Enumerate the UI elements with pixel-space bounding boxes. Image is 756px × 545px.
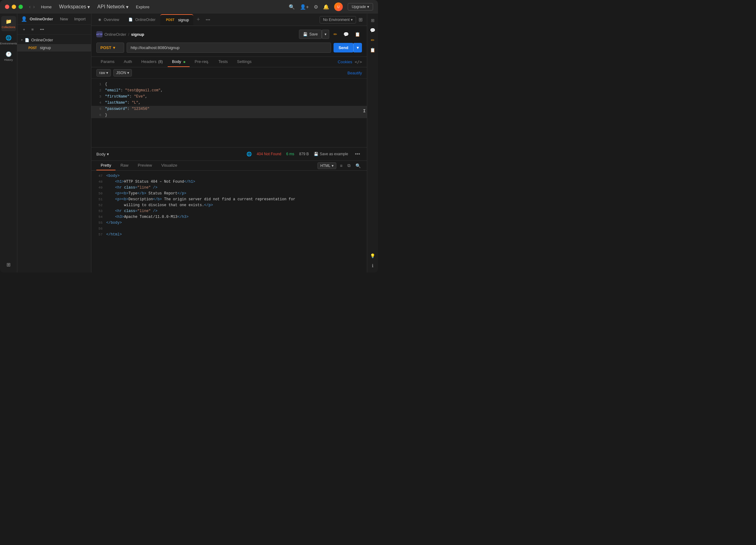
search-icon[interactable]: 🔍: [289, 4, 295, 10]
req-tab-prereq[interactable]: Pre-req.: [190, 57, 213, 67]
req-tab-headers[interactable]: Headers (8): [137, 57, 167, 67]
resp-line-53: 53 <hr class="line" />: [91, 208, 367, 214]
tab-overview[interactable]: ◉ Overview: [94, 14, 124, 25]
tab-method-badge: POST: [165, 18, 175, 22]
code-editor[interactable]: 1 { 2 "email": "test@gmail.com", 3 "firs…: [91, 79, 367, 147]
resp-line-49: 49 <hr class="line" />: [91, 185, 367, 191]
maximize-button[interactable]: [19, 5, 23, 9]
new-collection-icon[interactable]: +: [21, 27, 27, 32]
response-copy-button[interactable]: ⧉: [346, 162, 352, 170]
edit-icon-button[interactable]: ✏: [332, 30, 339, 39]
minimize-button[interactable]: [12, 5, 16, 9]
close-button[interactable]: [5, 5, 9, 9]
url-input[interactable]: [127, 43, 331, 53]
send-button[interactable]: Send: [334, 43, 353, 52]
sidebar-actions: + ≡ •••: [17, 25, 91, 35]
save-button[interactable]: 💾 Save: [299, 30, 322, 39]
req-tab-params[interactable]: Params: [96, 57, 119, 67]
sidebar-item-collections[interactable]: 📁 Collections: [1, 16, 16, 31]
forward-button[interactable]: ›: [33, 4, 35, 10]
new-tab-button[interactable]: +: [194, 15, 203, 24]
resp-tab-pretty[interactable]: Pretty: [96, 161, 115, 170]
collection-onlineorder[interactable]: ▾ 📄 OnlineOrder: [17, 36, 91, 44]
request-area: HTTP OnlineOrder / signup 💾 Save ▾ ✏ 💬: [91, 26, 367, 57]
right-bar-edit-icon[interactable]: ✏: [369, 36, 376, 44]
tab-collection[interactable]: 📄 OnlineOrder: [124, 14, 160, 25]
content-area: ◉ Overview 📄 OnlineOrder POST signup + •…: [91, 14, 367, 272]
info-icon-button[interactable]: 📋: [353, 30, 362, 39]
more-options-icon[interactable]: •••: [38, 27, 46, 32]
filter-icon[interactable]: ≡: [30, 27, 36, 32]
import-button[interactable]: Import: [72, 16, 87, 22]
chevron-icon: ▾: [21, 38, 23, 42]
upgrade-button[interactable]: Upgrade ▾: [348, 3, 373, 10]
code-line-1: 1 {: [91, 81, 367, 87]
request-row: POST ▾ Send ▾: [96, 43, 362, 53]
breadcrumb-endpoint: signup: [131, 32, 144, 37]
right-bar-doc-icon[interactable]: 📋: [368, 46, 377, 54]
invite-icon[interactable]: 👤+: [300, 4, 309, 10]
resp-line-51: 51 <p><b>Description</b> The origin serv…: [91, 197, 367, 203]
save-icon: 💾: [314, 152, 318, 156]
nav-arrows: ‹ ›: [29, 4, 35, 10]
body-active-dot: [183, 61, 185, 63]
language-select[interactable]: JSON ▾: [113, 69, 132, 77]
response-more-options[interactable]: •••: [353, 149, 362, 159]
save-example-button[interactable]: 💾 Save as example: [314, 152, 348, 156]
more-tabs-button[interactable]: •••: [203, 16, 213, 23]
history-icon: 🕐: [6, 51, 12, 57]
titlebar-right: 🔍 👤+ ⚙ 🔔 U Upgrade ▾: [289, 2, 373, 11]
person-icon: 👤: [21, 16, 27, 22]
method-badge: POST: [27, 46, 38, 50]
response-search-button[interactable]: 🔍: [354, 162, 362, 170]
mock-icon: ⊞: [6, 262, 11, 268]
response-format-select[interactable]: HTML ▾: [317, 162, 336, 169]
endpoint-signup[interactable]: POST signup: [17, 44, 91, 52]
comment-icon-button[interactable]: 💬: [342, 30, 351, 39]
resp-line-54: 54 <h3>Apache Tomcat/11.0.0-M13</h3>: [91, 214, 367, 220]
format-select[interactable]: raw ▾: [96, 69, 111, 77]
sidebar-item-history[interactable]: 🕐 History: [1, 49, 16, 64]
explore-link[interactable]: Explore: [136, 5, 149, 9]
resp-tab-preview[interactable]: Preview: [133, 161, 156, 170]
right-bar-info-icon[interactable]: ℹ: [370, 262, 375, 270]
response-status: 404 Not Found: [257, 152, 281, 156]
response-filter-button[interactable]: ≡: [339, 162, 344, 170]
settings-icon[interactable]: ⚙: [314, 4, 318, 10]
request-body-panel: raw ▾ JSON ▾ Beautify 1 { 2: [91, 67, 367, 148]
response-body-label[interactable]: Body ▾: [96, 152, 109, 157]
send-dropdown-button[interactable]: ▾: [353, 43, 362, 52]
home-link[interactable]: Home: [41, 5, 52, 9]
env-options-button[interactable]: ⊞: [357, 15, 364, 24]
sidebar-item-mock[interactable]: ⊞: [1, 259, 16, 270]
tab-active-request[interactable]: POST signup: [160, 14, 193, 25]
resp-line-52: 52 willing to disclose that one exists.<…: [91, 203, 367, 208]
workspaces-menu[interactable]: Workspaces ▾: [59, 4, 90, 10]
traffic-lights: [5, 5, 23, 9]
environment-selector[interactable]: No Environment ▾: [320, 16, 356, 23]
new-button[interactable]: New: [58, 16, 70, 22]
collections-sidebar: 👤 OnlineOrder New Import + ≡ ••• ▾ 📄 Onl…: [17, 14, 91, 272]
response-size: 879 B: [299, 152, 309, 156]
req-tab-settings[interactable]: Settings: [233, 57, 256, 67]
collections-icon: 📁: [6, 19, 12, 24]
resp-tab-visualize[interactable]: Visualize: [157, 161, 182, 170]
save-dropdown-button[interactable]: ▾: [322, 30, 329, 39]
beautify-button[interactable]: Beautify: [347, 71, 362, 75]
right-bar-comment-icon[interactable]: 💬: [368, 26, 377, 35]
right-bar-layout-icon[interactable]: ⊞: [369, 16, 376, 25]
api-network-menu[interactable]: API Network ▾: [97, 4, 128, 10]
method-select[interactable]: POST ▾: [96, 43, 124, 53]
code-toggle[interactable]: </>: [355, 60, 362, 64]
resp-tab-raw[interactable]: Raw: [116, 161, 133, 170]
notification-icon[interactable]: 🔔: [323, 4, 329, 10]
right-bar-bulb-icon[interactable]: 💡: [368, 252, 377, 260]
cookies-link[interactable]: Cookies: [338, 60, 352, 64]
req-tab-tests[interactable]: Tests: [214, 57, 232, 67]
sidebar-item-environments[interactable]: 🌐 Environments: [1, 32, 16, 48]
req-tab-auth[interactable]: Auth: [120, 57, 137, 67]
req-tab-body[interactable]: Body: [168, 57, 190, 67]
back-button[interactable]: ‹: [29, 4, 31, 10]
avatar[interactable]: U: [334, 2, 343, 11]
response-content: 47 <body> 48 <h1>HTTP Status 404 – Not F…: [91, 171, 367, 272]
